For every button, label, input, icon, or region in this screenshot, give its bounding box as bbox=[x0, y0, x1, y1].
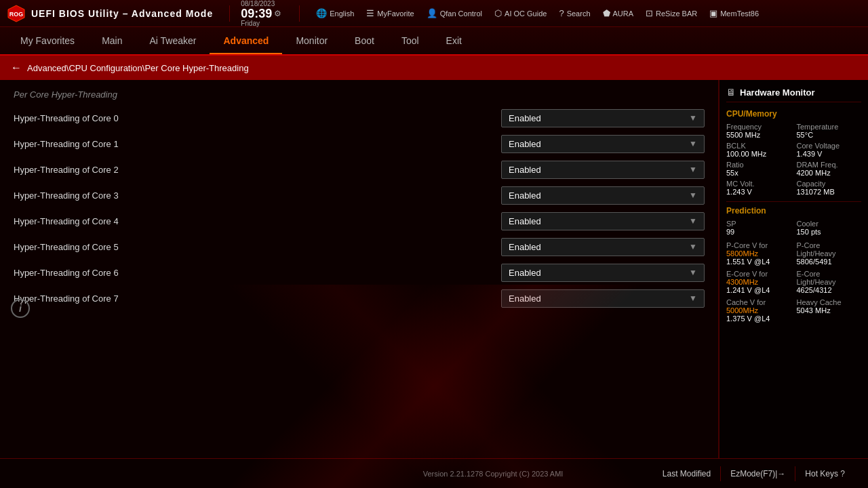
cache-voltage-row: Cache V for 5000MHz 1.375 V @L4 Heavy Ca… bbox=[726, 298, 861, 323]
core1-dropdown[interactable]: Enabled ▼ bbox=[501, 135, 705, 153]
list-item: Hyper-Threading of Core 3 Enabled ▼ bbox=[0, 182, 718, 208]
ratio-item: Ratio 55x bbox=[726, 161, 791, 177]
tab-boot[interactable]: Boot bbox=[341, 27, 388, 54]
tab-ai-tweaker[interactable]: Ai Tweaker bbox=[136, 27, 210, 54]
chevron-down-icon: ▼ bbox=[689, 242, 697, 251]
datetime-display: 08/18/2023 09:39 ⚙ Friday bbox=[241, 0, 288, 27]
gear-icon[interactable]: ⚙ bbox=[274, 9, 281, 18]
voltage-section: P-Core V for 5800MHz 1.551 V @L4 P-Core … bbox=[726, 241, 861, 323]
last-modified-button[interactable]: Last Modified bbox=[653, 466, 721, 481]
nav-tools: 🌐 English ☰ MyFavorite 👤 Qfan Control ⬡ … bbox=[311, 6, 861, 20]
chevron-down-icon: ▼ bbox=[689, 190, 697, 200]
cache-v-value: 1.375 V @L4 bbox=[726, 314, 791, 323]
list-item: Hyper-Threading of Core 2 Enabled ▼ bbox=[0, 157, 718, 182]
pcore-voltage-row: P-Core V for 5800MHz 1.551 V @L4 P-Core … bbox=[726, 241, 861, 266]
bios-title: UEFI BIOS Utility – Advanced Mode bbox=[31, 8, 213, 19]
search-icon: ? bbox=[559, 8, 564, 18]
hot-keys-label: Hot Keys bbox=[805, 469, 838, 479]
ezmode-button[interactable]: EzMode(F7)|→ bbox=[721, 466, 795, 481]
tab-my-favorites[interactable]: My Favorites bbox=[7, 27, 88, 54]
tool-qfan[interactable]: 👤 Qfan Control bbox=[421, 6, 488, 20]
core2-dropdown[interactable]: Enabled ▼ bbox=[501, 161, 705, 179]
header-divider bbox=[229, 5, 230, 22]
core7-dropdown[interactable]: Enabled ▼ bbox=[501, 289, 705, 308]
question-icon: ? bbox=[840, 469, 845, 479]
capacity-item: Capacity 131072 MB bbox=[797, 180, 862, 196]
tool-aura-label: AURA bbox=[613, 9, 634, 18]
tab-main[interactable]: Main bbox=[88, 27, 136, 54]
core3-dropdown[interactable]: Enabled ▼ bbox=[501, 186, 705, 205]
footer: Version 2.21.1278 Copyright (C) 2023 AMI… bbox=[0, 458, 868, 488]
version-text: Version 2.21.1278 Copyright (C) 2023 AMI bbox=[333, 470, 652, 478]
tab-tool[interactable]: Tool bbox=[388, 27, 433, 54]
core5-dropdown[interactable]: Enabled ▼ bbox=[501, 238, 705, 256]
temperature-item: Temperature 55°C bbox=[797, 123, 862, 139]
ai-icon: ⬡ bbox=[494, 8, 502, 18]
breadcrumb-path: Advanced\CPU Configuration\Per Core Hype… bbox=[27, 63, 249, 73]
core5-value: Enabled bbox=[509, 242, 541, 252]
tool-search-label: Search bbox=[567, 9, 591, 18]
tool-myfavorite[interactable]: ☰ MyFavorite bbox=[361, 6, 419, 20]
tool-aura[interactable]: ⬟ AURA bbox=[597, 6, 639, 20]
tool-memtest-label: MemTest86 bbox=[720, 9, 759, 18]
prediction-section-title: Prediction bbox=[726, 206, 861, 216]
tool-english[interactable]: 🌐 English bbox=[311, 6, 359, 20]
bclk-item: BCLK 100.00 MHz bbox=[726, 142, 791, 158]
resize-icon: ⊡ bbox=[646, 8, 653, 18]
tool-english-label: English bbox=[330, 9, 354, 18]
hardware-monitor-panel: 🖥 Hardware Monitor CPU/Memory Frequency … bbox=[719, 80, 868, 458]
tab-advanced[interactable]: Advanced bbox=[210, 27, 282, 54]
hw-monitor-title: Hardware Monitor bbox=[740, 87, 815, 98]
core6-dropdown[interactable]: Enabled ▼ bbox=[501, 264, 705, 282]
prediction-grid: SP 99 Cooler 150 pts bbox=[726, 220, 861, 236]
chevron-down-icon: ▼ bbox=[689, 268, 697, 277]
pcore-v-value: 1.551 V @L4 bbox=[726, 258, 791, 266]
list-item: Hyper-Threading of Core 1 Enabled ▼ bbox=[0, 131, 718, 157]
core6-value: Enabled bbox=[509, 268, 541, 278]
chevron-down-icon: ▼ bbox=[689, 293, 697, 303]
globe-icon: 🌐 bbox=[316, 8, 327, 18]
core-voltage-item: Core Voltage 1.439 V bbox=[797, 142, 862, 158]
main-nav: My Favorites Main Ai Tweaker Advanced Mo… bbox=[0, 27, 868, 56]
tool-resizebar[interactable]: ⊡ ReSize BAR bbox=[640, 6, 703, 20]
section-title: Per Core Hyper-Threading bbox=[0, 87, 718, 105]
heavy-cache-label: Heavy Cache bbox=[797, 298, 862, 306]
ecore-v-freq: 4300MHz bbox=[726, 278, 791, 286]
footer-right: Last Modified EzMode(F7)|→ Hot Keys ? bbox=[653, 466, 854, 481]
tool-qfan-label: Qfan Control bbox=[440, 9, 482, 18]
hw-divider bbox=[726, 201, 861, 202]
ecore-lh-label2: Light/Heavy bbox=[797, 278, 862, 286]
tool-memtest[interactable]: ▣ MemTest86 bbox=[704, 6, 764, 20]
tool-search[interactable]: ? Search bbox=[553, 6, 595, 20]
hw-monitor-header: 🖥 Hardware Monitor bbox=[726, 87, 861, 102]
pcore-lh-label2: Light/Heavy bbox=[797, 249, 862, 258]
pcore-v-freq: 5800MHz bbox=[726, 249, 791, 258]
core0-label: Hyper-Threading of Core 0 bbox=[14, 113, 501, 123]
ecore-voltage-row: E-Core V for 4300MHz 1.241 V @L4 E-Core … bbox=[726, 270, 861, 294]
header-bar: ROG UEFI BIOS Utility – Advanced Mode 08… bbox=[0, 0, 868, 27]
cache-v-freq: 5000MHz bbox=[726, 306, 791, 314]
header-divider-2 bbox=[299, 5, 300, 22]
time-display: 09:39 bbox=[241, 7, 272, 20]
tool-aioc-label: AI OC Guide bbox=[505, 9, 547, 18]
chevron-down-icon: ▼ bbox=[689, 113, 697, 123]
core6-label: Hyper-Threading of Core 6 bbox=[14, 268, 501, 278]
cache-v-label: Cache V for bbox=[726, 298, 791, 306]
list-item: Hyper-Threading of Core 0 Enabled ▼ bbox=[0, 105, 718, 131]
core4-dropdown[interactable]: Enabled ▼ bbox=[501, 212, 705, 230]
ecore-v-label: E-Core V for bbox=[726, 270, 791, 278]
list-item: Hyper-Threading of Core 4 Enabled ▼ bbox=[0, 208, 718, 234]
breadcrumb-back-button[interactable]: ← bbox=[11, 62, 22, 74]
core7-value: Enabled bbox=[509, 293, 541, 304]
core3-label: Hyper-Threading of Core 3 bbox=[14, 190, 501, 201]
info-button[interactable]: i bbox=[11, 299, 30, 318]
tab-monitor[interactable]: Monitor bbox=[282, 27, 341, 54]
tool-aioc[interactable]: ⬡ AI OC Guide bbox=[489, 6, 552, 20]
core0-dropdown[interactable]: Enabled ▼ bbox=[501, 109, 705, 127]
hot-keys-button[interactable]: Hot Keys ? bbox=[795, 466, 854, 481]
core2-label: Hyper-Threading of Core 2 bbox=[14, 165, 501, 175]
sp-item: SP 99 bbox=[726, 220, 791, 236]
core7-label: Hyper-Threading of Core 7 bbox=[14, 293, 501, 304]
tab-exit[interactable]: Exit bbox=[433, 27, 475, 54]
core4-label: Hyper-Threading of Core 4 bbox=[14, 216, 501, 226]
